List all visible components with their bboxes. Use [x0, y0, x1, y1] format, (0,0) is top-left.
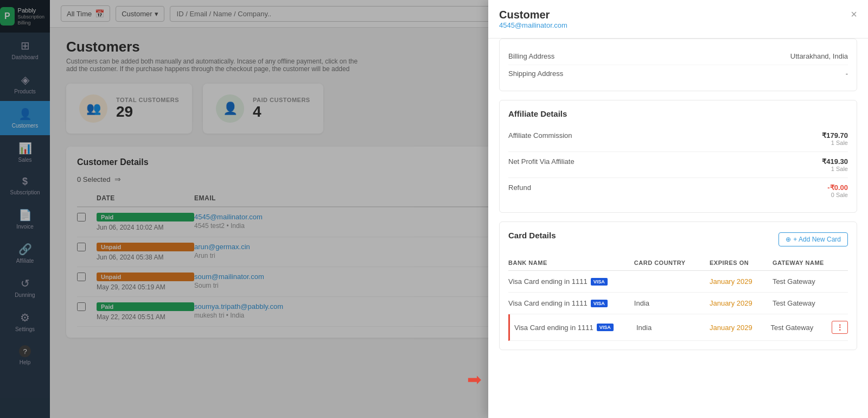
address-section: Billing Address Uttarakhand, India Shipp… [499, 39, 857, 91]
panel-close-button[interactable]: × [851, 9, 857, 20]
billing-address-label: Billing Address [508, 52, 554, 60]
plus-icon: ⊕ [786, 236, 791, 243]
net-profit-value: ₹419.30 1 Sale [822, 157, 848, 172]
affiliate-commission-row: Affiliate Commission ₹179.70 1 Sale [508, 126, 848, 152]
gateway-name-header: GATEWAY NAME [773, 259, 835, 266]
card-table-row-highlighted: Visa Card ending in 1111 VISA India Janu… [508, 314, 848, 341]
card-details-title: Card Details [508, 231, 556, 240]
card-details-header: Card Details ⊕ + Add New Card [508, 231, 848, 248]
card-country-header: CARD COUNTRY [634, 259, 710, 266]
panel-header: Customer 4545@mailinator.com × [488, 0, 868, 39]
card-row-actions[interactable]: ⋮ [832, 321, 848, 334]
shipping-address-value: - [846, 69, 848, 78]
affiliate-commission-value: ₹179.70 1 Sale [822, 131, 848, 146]
expires-on-header: EXPIRES ON [710, 259, 773, 266]
side-panel: Customer 4545@mailinator.com × Billing A… [488, 0, 868, 418]
card-bank-name: Visa Card ending in 1111 VISA [514, 324, 636, 332]
card-table-row: Visa Card ending in 1111 VISA January 20… [508, 271, 848, 293]
panel-title-group: Customer 4545@mailinator.com [499, 9, 567, 29]
affiliate-section-title: Affiliate Details [508, 109, 848, 118]
card-expires: January 2029 [710, 324, 771, 332]
card-country: India [634, 299, 710, 307]
refund-row: Refund -₹0.00 0 Sale [508, 178, 848, 204]
red-arrow-indicator: ➡ [467, 369, 482, 390]
panel-subtitle: 4545@mailinator.com [499, 21, 567, 29]
card-gateway: Test Gateway [773, 299, 835, 307]
shipping-address-label: Shipping Address [508, 69, 563, 78]
card-actions-button[interactable]: ⋮ [832, 321, 848, 334]
card-expires: January 2029 [710, 277, 773, 286]
net-profit-label: Net Profit Via Affiliate [508, 157, 575, 166]
affiliate-section: Affiliate Details Affiliate Commission ₹… [499, 100, 857, 213]
shipping-address-row: Shipping Address - [508, 65, 848, 82]
card-gateway: Test Gateway [771, 324, 832, 332]
add-card-label: + Add New Card [793, 236, 841, 243]
visa-badge: VISA [597, 324, 614, 331]
card-bank-name: Visa Card ending in 1111 VISA [508, 277, 634, 286]
card-details-section: Card Details ⊕ + Add New Card BANK NAME … [499, 221, 857, 350]
overlay[interactable]: ➡ Customer 4545@mailinator.com × Billing… [0, 0, 868, 418]
billing-address-value: Uttarakhand, India [790, 52, 848, 60]
card-gateway: Test Gateway [773, 277, 835, 286]
card-expires: January 2029 [710, 299, 773, 307]
card-country: India [636, 324, 710, 332]
visa-badge: VISA [591, 300, 608, 307]
actions-header [835, 259, 848, 266]
affiliate-commission-sub: 1 Sale [822, 140, 848, 146]
billing-address-row: Billing Address Uttarakhand, India [508, 48, 848, 65]
affiliate-commission-label: Affiliate Commission [508, 131, 572, 140]
net-profit-amount: ₹419.30 [822, 157, 848, 166]
bank-name-header: BANK NAME [508, 259, 634, 266]
net-profit-sub: 1 Sale [822, 166, 848, 172]
refund-label: Refund [508, 183, 531, 192]
affiliate-commission-amount: ₹179.70 [822, 131, 848, 140]
card-bank-name: Visa Card ending in 1111 VISA [508, 299, 634, 307]
panel-title: Customer [499, 9, 567, 21]
net-profit-row: Net Profit Via Affiliate ₹419.30 1 Sale [508, 152, 848, 178]
panel-body: Billing Address Uttarakhand, India Shipp… [488, 39, 868, 370]
card-table-header: BANK NAME CARD COUNTRY EXPIRES ON GATEWA… [508, 255, 848, 271]
refund-sub: 0 Sale [827, 192, 848, 198]
add-new-card-button[interactable]: ⊕ + Add New Card [778, 232, 848, 246]
card-table-row: Visa Card ending in 1111 VISA India Janu… [508, 293, 848, 314]
refund-value: -₹0.00 0 Sale [827, 183, 848, 198]
refund-amount: -₹0.00 [827, 183, 848, 192]
visa-badge: VISA [591, 278, 608, 286]
